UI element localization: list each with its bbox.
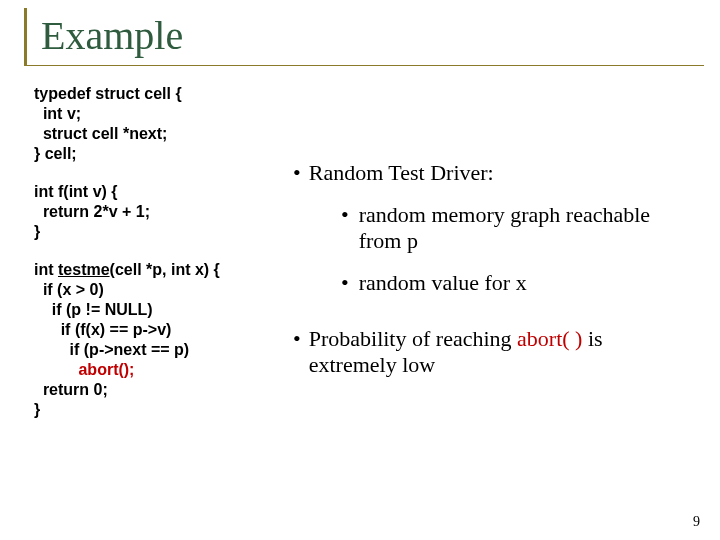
code-fn-name: testme <box>58 261 110 278</box>
bullet-l2: • random memory graph reachable from p <box>341 202 696 254</box>
code-line-part: int <box>34 261 58 278</box>
bullet-l1: • Probability of reaching abort( ) is ex… <box>293 326 696 378</box>
bullet-text: random memory graph reachable from p <box>359 202 696 254</box>
content-columns: typedef struct cell { int v; struct cell… <box>24 84 696 420</box>
code-column: typedef struct cell { int v; struct cell… <box>24 84 289 420</box>
page-title: Example <box>41 12 704 59</box>
code-line: int v; <box>34 105 81 122</box>
code-line: return 0; <box>34 381 108 398</box>
code-block-testme: int testme(cell *p, int x) { if (x > 0) … <box>34 260 289 420</box>
code-line: if (x > 0) <box>34 281 104 298</box>
page-number: 9 <box>693 514 700 530</box>
code-line: struct cell *next; <box>34 125 167 142</box>
abort-keyword: abort( ) <box>517 326 582 351</box>
bullet-text: random value for x <box>359 270 527 296</box>
title-container: Example <box>24 8 704 66</box>
code-line-part: (cell *p, int x) { <box>110 261 220 278</box>
code-line: return 2*v + 1; <box>34 203 150 220</box>
code-block-struct: typedef struct cell { int v; struct cell… <box>34 84 289 164</box>
bullet-column: • Random Test Driver: • random memory gr… <box>289 84 696 394</box>
code-abort-call: abort(); <box>78 361 134 378</box>
bullet-text: Random Test Driver: <box>309 160 494 186</box>
code-line: int f(int v) { <box>34 183 118 200</box>
code-line-part <box>34 361 78 378</box>
bullet-l2: • random value for x <box>341 270 696 296</box>
code-line: } <box>34 401 40 418</box>
code-block-f: int f(int v) { return 2*v + 1; } <box>34 182 289 242</box>
bullet-dot-icon: • <box>293 326 301 352</box>
text-part: Probability of reaching <box>309 326 517 351</box>
spacer <box>293 312 696 326</box>
code-line: } <box>34 223 40 240</box>
bullet-dot-icon: • <box>341 202 349 254</box>
bullet-dot-icon: • <box>293 160 301 186</box>
slide: Example typedef struct cell { int v; str… <box>0 0 720 540</box>
code-line: typedef struct cell { <box>34 85 182 102</box>
code-line: if (p->next == p) <box>34 341 189 358</box>
code-line: if (f(x) == p->v) <box>34 321 171 338</box>
code-line: if (p != NULL) <box>34 301 153 318</box>
bullet-text: Probability of reaching abort( ) is extr… <box>309 326 696 378</box>
code-line: } cell; <box>34 145 77 162</box>
bullet-l1: • Random Test Driver: <box>293 160 696 186</box>
bullet-dot-icon: • <box>341 270 349 296</box>
